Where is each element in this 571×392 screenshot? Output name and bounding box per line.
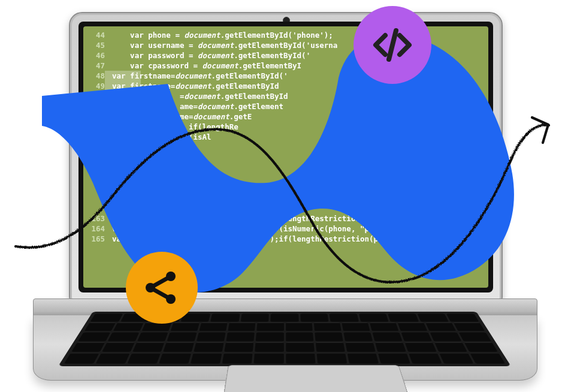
code-line: 165var ('fname');if(lengthRestriction(ph… [87, 234, 488, 244]
trackpad [222, 365, 412, 392]
laptop-deck [33, 315, 536, 380]
code-line: 164var fi 'fname');if(isNumeric(phone, "… [87, 224, 488, 234]
code-line: me=document.getE [87, 111, 488, 122]
code-icon [368, 21, 416, 69]
illustration: 44 var phone = document.getElementById('… [0, 0, 571, 392]
svg-line-3 [150, 276, 171, 288]
laptop: 44 var phone = document.getElementById('… [69, 12, 500, 384]
laptop-lid: 44 var phone = document.getElementById('… [69, 12, 503, 302]
code-line: =document.getElementById [87, 91, 488, 101]
code-badge [354, 6, 431, 84]
code-line: engthRestriction(passw [87, 162, 488, 173]
code-line: r ID No"); [87, 142, 488, 152]
code-line: phanumeric(passwo [87, 152, 488, 162]
code-line: 48var firstname=document.getElementById(… [87, 71, 488, 81]
screen: 44 var phone = document.getElementById('… [83, 26, 488, 288]
code-line: 49var firstname=document.getElementById [87, 81, 488, 91]
code-line: if(isAl [87, 132, 488, 142]
code-line: (isAlphanumeric(cpassw [87, 173, 488, 183]
code-line: if(lengthRestriction(cpassword, 5, 10,"f… [87, 183, 488, 193]
share-badge [126, 252, 198, 324]
code-editor: 44 var phone = document.getElementById('… [83, 26, 488, 288]
code-line: ")){ [87, 203, 488, 213]
code-line: if(isAlphabetic(username,"Please Enter t… [87, 193, 488, 203]
code-line: 47 var cpassword = document.getElementBy… [87, 61, 488, 71]
share-icon [141, 267, 183, 309]
keyboard [58, 312, 510, 366]
code-line: ame=document.getElement [87, 101, 488, 111]
code-line: = if(lengthRe [87, 122, 488, 132]
code-line: 163var fi 'fname');if(lengthRestriction(… [87, 213, 488, 224]
svg-line-4 [150, 288, 171, 299]
